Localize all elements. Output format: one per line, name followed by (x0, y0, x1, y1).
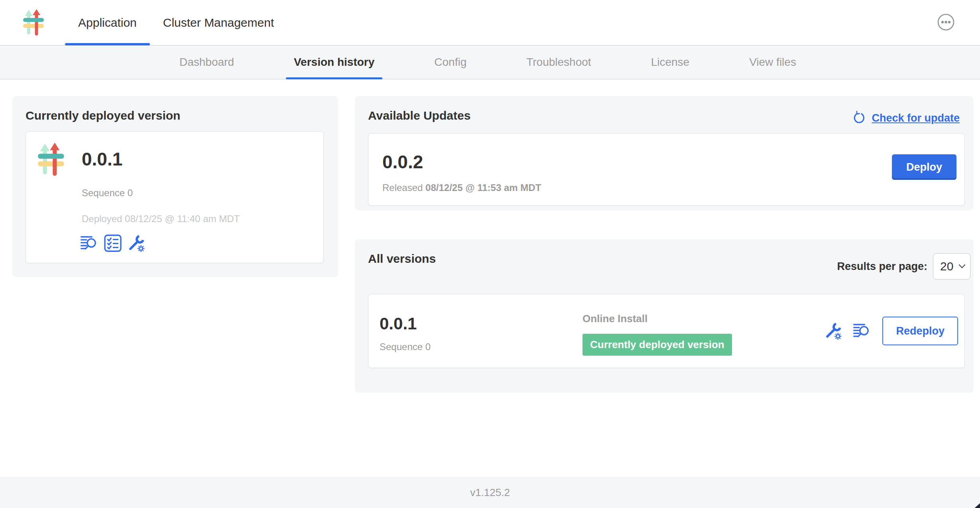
all-versions-panel: All versions Results per page: 20 0.0.1 … (355, 239, 974, 393)
deployed-version-actions (80, 234, 146, 253)
deployed-version-number: 0.0.1 (82, 148, 122, 170)
row-version-number: 0.0.1 (380, 314, 417, 333)
currently-deployed-panel: Currently deployed version 0.0.1 Sequenc… (12, 96, 338, 277)
all-versions-title: All versions (368, 252, 436, 266)
currently-deployed-title: Currently deployed version (26, 109, 180, 122)
deploy-button[interactable]: Deploy (892, 154, 956, 180)
results-per-page-value: 20 (940, 260, 953, 273)
tab-license[interactable]: License (643, 45, 698, 79)
status-badge: Currently deployed version (582, 334, 732, 356)
app-logo-icon (38, 142, 67, 177)
tab-dashboard-label: Dashboard (179, 56, 234, 69)
check-for-update-label: Check for update (872, 112, 960, 124)
tab-license-label: License (651, 56, 690, 69)
tab-version-history[interactable]: Version history (286, 45, 382, 79)
footer: v1.125.2 (0, 477, 980, 508)
deployed-version-card: 0.0.1 Sequence 0 Deployed 08/12/25 @ 11:… (26, 131, 324, 263)
available-updates-title: Available Updates (368, 109, 470, 122)
row-sequence: Sequence 0 (380, 341, 431, 352)
top-nav-tabs: Application Cluster Management (65, 0, 287, 45)
tab-version-history-label: Version history (294, 56, 374, 69)
tab-troubleshoot-label: Troubleshoot (526, 56, 591, 69)
tab-application[interactable]: Application (65, 0, 150, 45)
update-version-number: 0.0.2 (382, 151, 423, 173)
tab-view-files[interactable]: View files (741, 45, 804, 79)
ellipsis-menu-icon[interactable] (937, 14, 954, 31)
tab-cluster-management[interactable]: Cluster Management (150, 0, 287, 45)
tab-application-label: Application (78, 16, 137, 30)
refresh-icon[interactable] (852, 110, 867, 126)
redeploy-button[interactable]: Redeploy (882, 317, 958, 345)
tab-config-label: Config (434, 56, 466, 69)
console-version: v1.125.2 (470, 486, 510, 499)
check-for-update-link[interactable]: Check for update (852, 110, 960, 126)
admin-console: Application Cluster Management Dashboard… (0, 0, 980, 508)
preflight-checks-icon[interactable] (103, 234, 122, 253)
tab-cluster-management-label: Cluster Management (163, 16, 274, 30)
view-logs-icon[interactable] (80, 234, 99, 253)
row-install-info: Online Install Currently deployed versio… (582, 313, 732, 356)
edit-config-icon[interactable] (823, 321, 842, 341)
tab-config[interactable]: Config (426, 45, 474, 79)
deployed-timestamp: Deployed 08/12/25 @ 11:40 am MDT (82, 213, 240, 224)
app-logo-icon (23, 9, 46, 36)
available-updates-panel: Available Updates Check for update 0.0.2… (355, 96, 974, 211)
update-released-timestamp: Released 08/12/25 @ 11:53 am MDT (382, 182, 541, 193)
top-nav: Application Cluster Management (0, 0, 980, 45)
results-per-page: Results per page: 20 (837, 253, 970, 280)
tab-view-files-label: View files (749, 56, 796, 69)
install-type-label: Online Install (582, 313, 732, 325)
available-update-card: 0.0.2 Released 08/12/25 @ 11:53 am MDT D… (368, 133, 965, 206)
version-row: 0.0.1 Sequence 0 Online Install Currentl… (368, 294, 965, 368)
released-date: 08/12/25 @ 11:53 am MDT (425, 182, 541, 193)
released-label: Released (382, 182, 425, 193)
view-logs-icon[interactable] (853, 321, 872, 341)
deployed-sequence: Sequence 0 (82, 187, 133, 199)
results-per-page-label: Results per page: (837, 260, 927, 273)
results-per-page-select[interactable]: 20 (933, 253, 970, 280)
edit-config-icon[interactable] (126, 234, 146, 253)
chevron-down-icon (958, 264, 966, 269)
app-sub-nav: Dashboard Version history Config Trouble… (0, 45, 980, 79)
row-actions: Redeploy (823, 317, 958, 345)
tab-troubleshoot[interactable]: Troubleshoot (518, 45, 599, 79)
tab-dashboard[interactable]: Dashboard (171, 45, 242, 79)
